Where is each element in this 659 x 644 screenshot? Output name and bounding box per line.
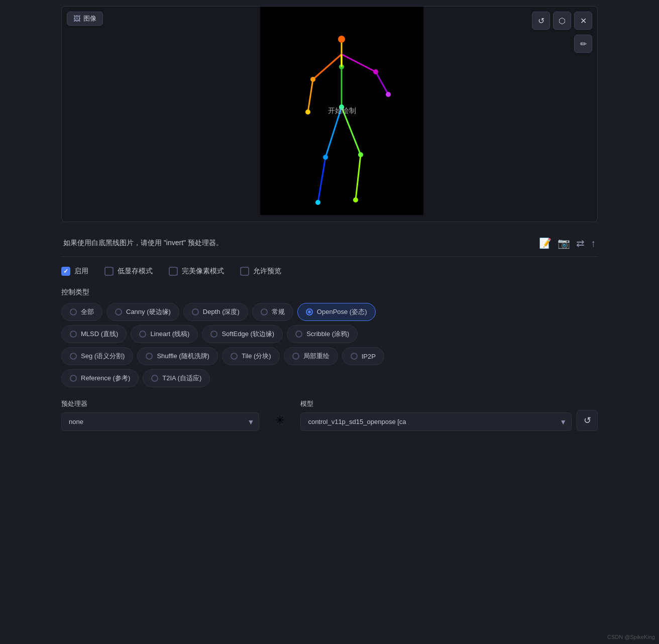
info-bar: 如果使用白底黑线图片，请使用 "invert" 预处理器。 📝 📷 ⇄ ↑ [61,230,598,257]
svg-line-3 [308,79,313,112]
radio-all-label: 全部 [81,307,94,316]
radio-ip2p-circle [351,353,358,360]
preprocessor-block: 预处理器 none openpose openpose_face openpos… [61,399,259,431]
image-tab-icon: 🖼 [73,15,80,23]
radio-openpose-label: OpenPose (姿态) [317,307,367,316]
edit-button[interactable]: ✏ [574,35,592,53]
exchange-icon[interactable]: ⇄ [576,237,585,249]
radio-shuffle-label: Shuffle (随机洗牌) [157,352,209,361]
svg-point-12 [305,110,310,115]
edit-icon[interactable]: 📝 [539,237,552,249]
pose-canvas[interactable]: 开始绘制 [260,7,423,215]
radio-reference[interactable]: Reference (参考) [61,369,139,387]
radio-normal[interactable]: 常规 [252,303,293,321]
radio-tile[interactable]: Tile (分块) [222,347,280,365]
checkbox-allow-preview[interactable]: 允许预览 [240,267,281,276]
radio-depth[interactable]: Depth (深度) [183,303,248,321]
radio-normal-label: 常规 [272,307,285,316]
svg-line-2 [313,54,342,79]
svg-point-18 [315,200,320,205]
checkbox-enable-box[interactable] [61,267,70,276]
preprocessor-select[interactable]: none openpose openpose_face openpose_fac… [61,412,259,431]
svg-line-9 [342,107,361,155]
svg-line-4 [342,54,376,72]
checkbox-low-vram-label: 低显存模式 [118,267,153,276]
preprocessor-select-wrapper: none openpose openpose_face openpose_fac… [61,412,259,431]
model-select[interactable]: control_v11p_sd15_openpose [ca None [300,412,572,431]
checkbox-enable[interactable]: 启用 [61,267,88,276]
svg-point-17 [323,155,328,160]
radio-depth-circle [192,308,199,315]
radio-mlsd[interactable]: MLSD (直线) [61,325,127,343]
image-panel: 🖼 图像 ↺ ⬡ ✕ ✏ [61,6,598,222]
watermark: CSDN @SpikeKing [607,634,655,640]
image-tab-label: 图像 [83,14,96,23]
checkbox-allow-preview-label: 允许预览 [253,267,281,276]
svg-point-13 [373,69,378,74]
checkbox-allow-preview-box[interactable] [240,267,249,276]
radio-canny-circle [115,308,122,315]
radio-seg-label: Seg (语义分割) [81,352,125,361]
radio-mlsd-label: MLSD (直线) [81,330,118,339]
radio-openpose[interactable]: OpenPose (姿态) [297,303,376,321]
checkbox-low-vram-box[interactable] [104,267,114,276]
checkbox-low-vram[interactable]: 低显存模式 [104,267,153,276]
model-label: 模型 [300,399,572,408]
model-refresh-button[interactable]: ↺ [577,410,598,431]
image-tab[interactable]: 🖼 图像 [67,12,103,26]
checkbox-pixel-perfect-box[interactable] [169,267,178,276]
checkbox-pixel-perfect-label: 完美像素模式 [182,267,224,276]
radio-softedge-label: SoftEdge (软边缘) [222,330,274,339]
radio-canny-label: Canny (硬边缘) [126,307,171,316]
radio-scribble-label: Scribble (涂鸦) [306,330,349,339]
svg-point-20 [353,197,358,202]
radio-reference-label: Reference (参考) [81,374,130,383]
radio-inpaint[interactable]: 局部重绘 [284,347,338,365]
control-type-row-3: Seg (语义分割) Shuffle (随机洗牌) Tile (分块) 局部重绘… [61,347,598,365]
radio-normal-circle [261,308,268,315]
radio-scribble[interactable]: Scribble (涂鸦) [287,325,358,343]
control-type-row-1: 全部 Canny (硬边缘) Depth (深度) 常规 OpenPose (姿… [61,303,598,321]
radio-tile-circle [231,353,238,360]
info-text: 如果使用白底黑线图片，请使用 "invert" 预处理器。 [63,239,531,248]
spark-button[interactable]: ✳ [269,410,290,431]
radio-all[interactable]: 全部 [61,303,102,321]
preprocessor-label: 预处理器 [61,399,259,408]
image-top-controls: ↺ ⬡ ✕ [532,12,592,30]
control-type-section: 控制类型 全部 Canny (硬边缘) Depth (深度) 常规 OpenPo… [61,288,598,387]
svg-line-8 [318,157,325,202]
clear-button[interactable]: ⬡ [553,12,571,30]
radio-seg[interactable]: Seg (语义分割) [61,347,133,365]
radio-inpaint-label: 局部重绘 [303,352,330,361]
checkbox-pixel-perfect[interactable]: 完美像素模式 [169,267,224,276]
control-type-title: 控制类型 [61,288,598,297]
radio-shuffle-circle [146,353,153,360]
svg-point-0 [338,36,345,43]
close-button[interactable]: ✕ [574,12,592,30]
radio-softedge-circle [210,331,217,338]
radio-lineart-circle [139,331,146,338]
checkbox-enable-label: 启用 [74,267,88,276]
radio-reference-circle [70,375,77,382]
radio-t2ia[interactable]: T2IA (自适应) [143,369,210,387]
svg-point-11 [310,77,315,82]
undo-button[interactable]: ↺ [532,12,550,30]
control-type-row-4: Reference (参考) T2IA (自适应) [61,369,598,387]
radio-shuffle[interactable]: Shuffle (随机洗牌) [137,347,218,365]
radio-lineart[interactable]: Lineart (线稿) [131,325,198,343]
send-up-icon[interactable]: ↑ [591,238,596,249]
radio-ip2p[interactable]: IP2P [342,347,384,365]
radio-seg-circle [70,353,77,360]
camera-icon[interactable]: 📷 [558,237,570,249]
radio-softedge[interactable]: SoftEdge (软边缘) [202,325,283,343]
radio-depth-label: Depth (深度) [203,307,240,316]
checkbox-row: 启用 低显存模式 完美像素模式 允许预览 [61,267,598,276]
radio-lineart-label: Lineart (线稿) [150,330,189,339]
radio-canny[interactable]: Canny (硬边缘) [106,303,179,321]
svg-point-14 [386,92,391,97]
model-select-wrap: 模型 control_v11p_sd15_openpose [ca None ▼ [300,399,572,431]
radio-openpose-circle [306,308,313,315]
radio-scribble-circle [295,331,302,338]
control-type-row-2: MLSD (直线) Lineart (线稿) SoftEdge (软边缘) Sc… [61,325,598,343]
model-select-wrapper: control_v11p_sd15_openpose [ca None ▼ [300,412,572,431]
